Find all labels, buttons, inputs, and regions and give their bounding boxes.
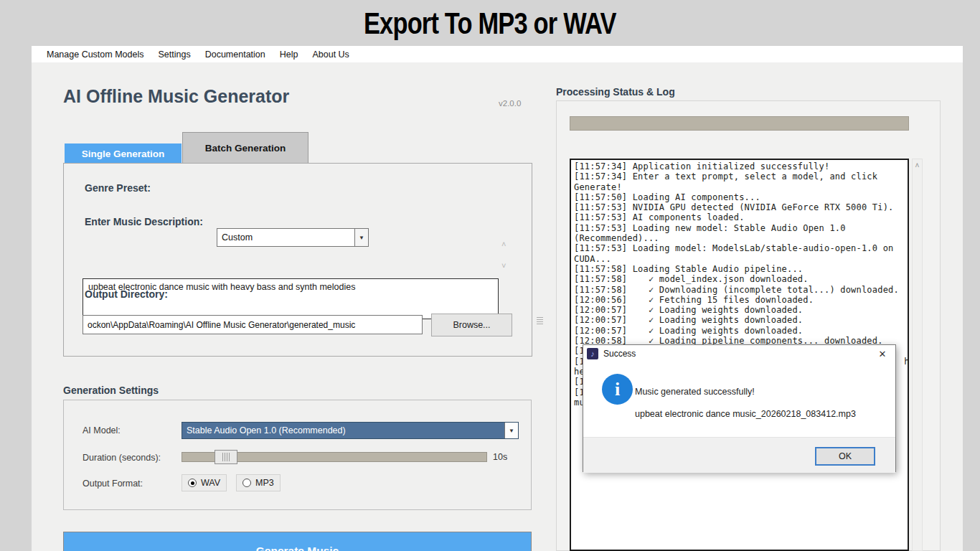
output-directory-label: Output Directory: <box>85 288 168 300</box>
log-line: [11:57:53] Loading new model: Stable Aud… <box>574 223 905 233</box>
info-icon: i <box>602 374 633 405</box>
scroll-down-icon[interactable]: ˅ <box>501 261 506 270</box>
duration-value: 10s <box>493 452 507 462</box>
radio-mp3-label: MP3 <box>255 478 274 488</box>
radio-button-icon[interactable] <box>188 479 197 487</box>
log-line: (Recommended)... <box>574 233 905 243</box>
log-line: [11:57:58] ✓ Downloading (incomplete tot… <box>574 285 905 295</box>
scroll-up-icon[interactable]: ˄ <box>913 159 922 169</box>
dialog-footer: OK <box>583 437 895 473</box>
app-version: v2.0.0 <box>499 99 521 108</box>
tab-batch-generation[interactable]: Batch Generation <box>182 132 308 164</box>
duration-slider-handle[interactable] <box>215 450 237 464</box>
music-note-icon: ♪ <box>587 348 598 359</box>
log-line: [11:57:34] Application initialized succe… <box>574 161 905 171</box>
log-line: [11:57:58] ✓ model_index.json downloaded… <box>574 274 905 284</box>
log-scrollbar[interactable]: ˄ <box>912 159 923 551</box>
log-line: CUDA... <box>574 254 905 264</box>
scroll-up-icon[interactable]: ˄ <box>501 240 506 248</box>
app-title: AI Offline Music Generator <box>63 86 289 107</box>
log-line: [11:57:34] Enter a text prompt, select a… <box>574 171 905 182</box>
genre-preset-combobox[interactable]: Custom ▼ <box>217 228 369 247</box>
page-title: Export To MP3 or WAV <box>0 6 980 41</box>
chevron-down-icon[interactable]: ▼ <box>354 229 368 246</box>
generate-music-button[interactable]: Generate Music <box>63 532 532 551</box>
radio-wav[interactable]: WAV <box>182 474 227 491</box>
output-format-label: Output Format: <box>83 479 143 489</box>
processing-log-heading: Processing Status & Log <box>556 86 675 98</box>
log-line: [11:57:53] AI components loaded. <box>574 212 905 222</box>
menu-item[interactable]: About Us <box>312 50 349 60</box>
radio-wav-label: WAV <box>201 478 220 488</box>
dialog-filename: upbeat electronic dance music_20260218_0… <box>635 409 856 419</box>
radio-mp3[interactable]: MP3 <box>236 474 281 491</box>
dialog-title: Success <box>603 349 636 359</box>
output-directory-input[interactable] <box>83 315 423 334</box>
screen: Export To MP3 or WAV Manage Custom Model… <box>0 0 980 551</box>
log-line: [11:57:50] Loading AI components... <box>574 192 905 202</box>
log-line: [11:57:53] NVIDIA GPU detected (NVIDIA G… <box>574 202 905 212</box>
close-icon[interactable]: ✕ <box>870 345 895 362</box>
ai-model-value: Stable Audio Open 1.0 (Recommended) <box>182 423 504 438</box>
ai-model-label: AI Model: <box>83 425 121 435</box>
ai-model-combobox[interactable]: Stable Audio Open 1.0 (Recommended) ▼ <box>182 422 519 439</box>
chevron-down-icon[interactable]: ▼ <box>504 423 518 438</box>
genre-preset-value: Custom <box>217 229 354 246</box>
log-line: [12:00:57] ✓ Loading weights downloaded. <box>574 305 905 315</box>
radio-button-icon[interactable] <box>242 479 251 487</box>
success-dialog: ♪ Success ✕ i Music generated successful… <box>583 344 896 472</box>
description-label: Enter Music Description: <box>85 216 203 227</box>
dialog-titlebar[interactable]: ♪ Success ✕ <box>583 345 895 362</box>
log-line: [12:00:57] ✓ Loading weights downloaded. <box>574 326 905 336</box>
log-line: Generate! <box>574 182 905 192</box>
log-line: [11:57:53] Loading model: ModelsLab/stab… <box>574 243 905 253</box>
log-line: [11:57:58] Loading Stable Audio pipeline… <box>574 264 905 274</box>
menu-item[interactable]: Help <box>280 50 298 60</box>
menu-bar: Manage Custom ModelsSettingsDocumentatio… <box>32 46 963 62</box>
menu-item[interactable]: Settings <box>158 50 190 60</box>
menu-item[interactable]: Manage Custom Models <box>47 50 143 60</box>
app-window: Manage Custom ModelsSettingsDocumentatio… <box>32 46 963 551</box>
generation-settings-heading: Generation Settings <box>63 385 159 396</box>
log-line: [12:00:56] ✓ Fetching 15 files downloade… <box>574 295 905 305</box>
genre-preset-label: Genre Preset: <box>85 182 151 194</box>
menu-item[interactable]: Documentation <box>205 50 265 60</box>
progress-bar <box>570 116 909 131</box>
log-line: [12:00:57] ✓ Loading weights downloaded. <box>574 315 905 325</box>
panel-sash-grip[interactable] <box>537 317 543 324</box>
duration-label: Duration (seconds): <box>83 453 161 463</box>
ok-button[interactable]: OK <box>815 447 875 466</box>
duration-slider[interactable] <box>182 452 487 462</box>
tab-single-generation[interactable]: Single Generation <box>65 143 182 164</box>
browse-button[interactable]: Browse... <box>431 314 512 336</box>
dialog-message: Music generated successfully! <box>635 387 755 397</box>
